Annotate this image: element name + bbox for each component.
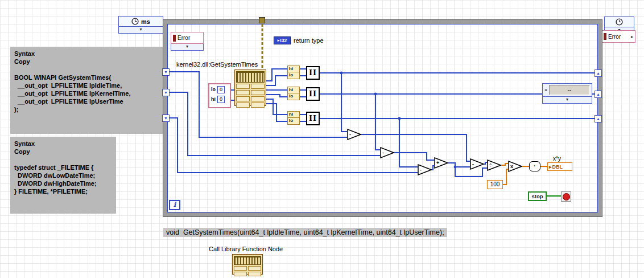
- stop-condition-icon: [563, 193, 570, 201]
- lo-label: lo: [211, 86, 216, 93]
- join-numbers-node-user[interactable]: II: [306, 112, 320, 125]
- hi-terminal: hi: [287, 111, 300, 118]
- doc-box-getsystemtimes[interactable]: Syntax Copy BOOL WINAPI GetSystemTimes( …: [10, 47, 163, 134]
- join-inputs-idle[interactable]: hi lo: [287, 66, 300, 79]
- wait-ms-node[interactable]: ms: [118, 16, 163, 27]
- input-cluster-constant[interactable]: lo 0 hi 0: [208, 83, 231, 108]
- call-library-function-node-palette-icon[interactable]: [232, 254, 263, 275]
- join-inputs-kernel[interactable]: hi lo: [287, 87, 300, 100]
- hi-label: hi: [211, 96, 216, 103]
- hi-terminal: hi: [287, 87, 300, 93]
- subtract-node-user[interactable]: -: [418, 164, 432, 175]
- subtract-node-kernel[interactable]: -: [380, 147, 394, 158]
- clfn-terminals: [234, 266, 261, 276]
- shift-register-left-1[interactable]: ▼: [162, 68, 170, 76]
- subtract-glyph: -: [382, 150, 384, 156]
- join-numbers-node-idle[interactable]: II: [306, 66, 320, 80]
- error-tunnel[interactable]: [259, 17, 265, 23]
- add-glyph: +: [436, 161, 439, 166]
- join-numbers-node-kernel[interactable]: II: [306, 87, 320, 101]
- subtract-glyph: -: [349, 132, 351, 137]
- clfn-caption: kernel32.dll:GetSystemTimes: [176, 61, 258, 68]
- loop-condition-terminal[interactable]: [561, 191, 571, 202]
- multiply-node[interactable]: x: [508, 161, 522, 172]
- hi-constant[interactable]: 0: [217, 96, 225, 103]
- terminal-arrow-icon: ▸: [278, 38, 280, 43]
- chevron-down-icon: ▾: [566, 97, 568, 102]
- subtract-node-total[interactable]: -: [470, 158, 484, 170]
- lo-terminal: lo: [287, 118, 300, 125]
- display-value: --: [549, 85, 590, 95]
- lo-terminal: lo: [287, 72, 300, 79]
- error-cluster-icon: [604, 33, 606, 40]
- numeric-display-indicator[interactable]: » --: [542, 83, 592, 97]
- doc-box-filetime[interactable]: Syntax Copy typedef struct _FILETIME { D…: [10, 137, 116, 214]
- i32-terminal-label: I32: [280, 38, 287, 43]
- time-node-top-right[interactable]: [604, 17, 634, 27]
- wait-ms-label: ms: [141, 18, 150, 25]
- error-in-indicator[interactable]: Error: [171, 32, 204, 44]
- divide-glyph: ÷: [489, 163, 492, 168]
- add-node[interactable]: +: [434, 157, 448, 169]
- hi-terminal: hi: [287, 66, 300, 72]
- stop-button-terminal[interactable]: stop: [528, 191, 547, 201]
- wait-node-expand-chevron[interactable]: ▾: [118, 27, 163, 34]
- dbl-terminal-label: DBL: [552, 164, 563, 170]
- constant-100[interactable]: 100: [487, 180, 503, 189]
- subtract-node-idle[interactable]: -: [347, 129, 361, 140]
- labview-block-diagram: Syntax Copy BOOL WINAPI GetSystemTimes( …: [0, 0, 644, 278]
- code-caption[interactable]: void GetSystemTimes(uint64_t lpIdleTime,…: [163, 228, 447, 237]
- chevron-down-icon: ▾: [139, 27, 142, 32]
- clock-icon: [616, 18, 623, 26]
- clfn-icon: [234, 256, 261, 265]
- return-type-terminal[interactable]: ▸ I32: [274, 36, 291, 44]
- loop-iteration-terminal[interactable]: i: [169, 200, 180, 210]
- call-library-function-node[interactable]: [234, 70, 266, 106]
- error-out-label: Error: [608, 34, 621, 40]
- subtract-glyph: -: [420, 167, 422, 173]
- display-expand-chevron[interactable]: ▾: [542, 97, 592, 104]
- indicator-icon: »: [544, 87, 547, 93]
- clfn-icon: [236, 71, 265, 83]
- join-inputs-user[interactable]: hi lo: [287, 111, 300, 125]
- divide-node[interactable]: ÷: [487, 160, 501, 171]
- error-in-label: Error: [177, 35, 190, 41]
- result-label: x*y: [553, 155, 561, 162]
- shift-register-right-3[interactable]: ▲: [595, 115, 602, 122]
- clfn-terminals: [236, 84, 265, 108]
- dbl-indicator-terminal[interactable]: ▸ DBL: [547, 162, 572, 171]
- chevron-down-icon: ▾: [186, 44, 188, 49]
- shift-register-left-2[interactable]: ▼: [162, 89, 170, 96]
- shift-register-right-2[interactable]: ▲: [595, 91, 602, 98]
- while-loop[interactable]: [163, 20, 602, 216]
- chevron-right-icon: ▸: [631, 34, 633, 39]
- error-cluster-icon: [173, 35, 176, 42]
- clock-icon: [131, 18, 139, 25]
- multiply-glyph: x: [510, 164, 513, 169]
- terminal-arrow-icon: ▸: [549, 164, 552, 170]
- lo-terminal: lo: [287, 93, 300, 100]
- lo-constant[interactable]: 0: [217, 86, 225, 93]
- subtract-glyph: -: [472, 162, 474, 167]
- error-in-expand-chevron[interactable]: ▾: [171, 44, 204, 51]
- round-to-nearest-node[interactable]: ·: [529, 161, 540, 171]
- return-type-label: return type: [294, 37, 324, 44]
- shift-register-right-1[interactable]: ▲: [595, 70, 602, 77]
- palette-label: Call Library Function Node: [209, 246, 283, 253]
- error-out-indicator[interactable]: Error ▸: [601, 30, 635, 43]
- shift-register-left-3[interactable]: ▼: [162, 115, 170, 122]
